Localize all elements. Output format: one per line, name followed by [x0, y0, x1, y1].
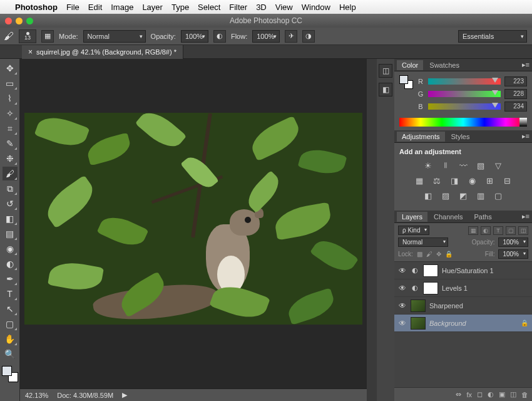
zoom-tool[interactable]: 🔍 [3, 347, 18, 361]
tab-channels[interactable]: Channels [429, 212, 468, 222]
menu-select[interactable]: Select [198, 3, 220, 12]
posterize-icon[interactable]: ▨ [440, 190, 451, 200]
brush-panel-icon[interactable]: ▦ [41, 30, 54, 43]
brush-preset-picker[interactable]: 13 [19, 29, 36, 43]
tab-layers[interactable]: Layers [397, 212, 427, 222]
new-group-icon[interactable]: ▣ [499, 390, 505, 398]
vibrance-icon[interactable]: ▽ [493, 160, 504, 170]
layer-mask-thumb[interactable] [423, 282, 438, 294]
layer-opacity-field[interactable]: 100% [498, 237, 528, 247]
menu-help[interactable]: Help [339, 3, 356, 12]
menu-filter[interactable]: Filter [229, 3, 247, 12]
bw-icon[interactable]: ◨ [449, 175, 460, 185]
history-brush-tool[interactable]: ↺ [3, 197, 18, 211]
filter-type-icon[interactable]: T [493, 226, 503, 235]
gradientmap-icon[interactable]: ▥ [475, 190, 486, 200]
lock-pos-icon[interactable]: ✥ [436, 251, 441, 258]
doc-size[interactable]: Doc: 4.30M/8.59M [57, 392, 113, 399]
g-slider[interactable] [428, 91, 501, 97]
levels-icon[interactable]: ⫴ [440, 160, 451, 170]
zoom-button[interactable] [26, 18, 33, 24]
menu-view[interactable]: View [275, 3, 293, 12]
minimize-button[interactable] [16, 18, 23, 24]
curves-icon[interactable]: 〰 [458, 160, 469, 170]
menu-image[interactable]: Image [111, 3, 133, 12]
lock-trans-icon[interactable]: ▩ [417, 251, 422, 258]
mixer-icon[interactable]: ⊞ [484, 175, 495, 185]
history-panel-icon[interactable]: ◫ [379, 64, 392, 78]
selective-icon[interactable]: ▢ [493, 190, 504, 200]
visibility-icon[interactable]: 👁 [398, 301, 407, 310]
menu-3d[interactable]: 3D [256, 3, 267, 12]
flow-field[interactable]: 100% [252, 30, 280, 43]
menu-layer[interactable]: Layer [142, 3, 163, 12]
document-tab[interactable]: × squirrel.jpg @ 42.1% (Background, RGB/… [22, 45, 183, 59]
zoom-level[interactable]: 42.13% [25, 392, 48, 399]
visibility-icon[interactable]: 👁 [398, 284, 407, 293]
layer-row[interactable]: 👁 ◐ Hue/Saturation 1 [394, 262, 532, 279]
pressure-opacity-icon[interactable]: ◐ [213, 30, 226, 43]
stamp-tool[interactable]: ⧉ [3, 182, 18, 195]
new-adj-icon[interactable]: ◐ [488, 390, 494, 398]
layer-name[interactable]: Hue/Saturation 1 [442, 267, 528, 274]
hue-icon[interactable]: ▦ [414, 175, 425, 185]
tab-styles[interactable]: Styles [446, 132, 475, 142]
document-canvas[interactable] [24, 113, 362, 325]
layer-row[interactable]: 👁 Background 🔒 [394, 315, 532, 332]
pressure-size-icon[interactable]: ◑ [302, 30, 315, 43]
layer-mask-icon[interactable]: ◻ [477, 390, 483, 398]
brush-tool[interactable]: 🖌 [3, 167, 18, 180]
visibility-icon[interactable]: 👁 [398, 319, 407, 328]
pen-tool[interactable]: ✒ [3, 272, 18, 286]
shape-tool[interactable]: ▢ [3, 317, 18, 331]
properties-panel-icon[interactable]: ◧ [379, 83, 392, 96]
close-tab-icon[interactable]: × [28, 48, 33, 56]
close-button[interactable] [5, 18, 12, 24]
menu-file[interactable]: File [66, 3, 79, 12]
filter-smart-icon[interactable]: ◫ [518, 226, 528, 235]
path-tool[interactable]: ↖ [3, 302, 18, 316]
layer-name[interactable]: Levels 1 [442, 284, 528, 292]
filter-pixel-icon[interactable]: ▦ [468, 226, 478, 235]
panel-menu-icon[interactable]: ▸≡ [522, 132, 529, 140]
delete-layer-icon[interactable]: 🗑 [521, 391, 528, 398]
tab-swatches[interactable]: Swatches [424, 60, 464, 70]
exposure-icon[interactable]: ▧ [475, 160, 486, 170]
menu-app[interactable]: Photoshop [15, 3, 58, 12]
color-spectrum[interactable] [399, 118, 527, 127]
layer-mask-thumb[interactable] [423, 264, 438, 277]
r-slider[interactable] [428, 78, 501, 85]
gradient-tool[interactable]: ▤ [3, 227, 18, 241]
layer-fill-field[interactable]: 100% [498, 249, 528, 259]
visibility-icon[interactable]: 👁 [398, 266, 407, 275]
panel-menu-icon[interactable]: ▸≡ [522, 61, 529, 69]
foreground-color-swatch[interactable] [2, 366, 12, 376]
color-fgbg-mini[interactable] [399, 75, 413, 89]
airbrush-icon[interactable]: ✈ [285, 30, 297, 43]
crop-tool[interactable]: ⌗ [3, 122, 18, 135]
move-tool[interactable]: ✥ [3, 61, 18, 75]
type-tool[interactable]: T [3, 287, 18, 301]
color-swatches[interactable] [2, 366, 18, 382]
brightness-icon[interactable]: ☀ [422, 160, 434, 170]
filter-shape-icon[interactable]: ▢ [506, 226, 516, 235]
layer-row[interactable]: 👁 Sharpened [394, 297, 532, 315]
lookup-icon[interactable]: ⊟ [501, 175, 513, 185]
blend-mode-dropdown[interactable]: Normal [83, 30, 146, 43]
threshold-icon[interactable]: ◩ [458, 190, 469, 200]
tool-preset-icon[interactable]: 🖌 [4, 31, 14, 42]
menu-window[interactable]: Window [302, 3, 330, 12]
g-value[interactable]: 228 [504, 89, 527, 99]
layer-thumb[interactable] [411, 317, 426, 330]
photofilter-icon[interactable]: ◉ [466, 175, 478, 185]
colorbalance-icon[interactable]: ⚖ [431, 175, 442, 185]
layer-name[interactable]: Background [429, 320, 517, 327]
menu-type[interactable]: Type [171, 3, 189, 12]
dodge-tool[interactable]: ◐ [3, 257, 18, 271]
new-layer-icon[interactable]: ◫ [510, 390, 516, 398]
workspace-dropdown[interactable]: Essentials [458, 30, 527, 43]
b-value[interactable]: 234 [504, 102, 527, 112]
tab-adjustments[interactable]: Adjustments [397, 132, 445, 142]
marquee-tool[interactable]: ▭ [3, 76, 18, 90]
r-value[interactable]: 223 [504, 76, 527, 86]
